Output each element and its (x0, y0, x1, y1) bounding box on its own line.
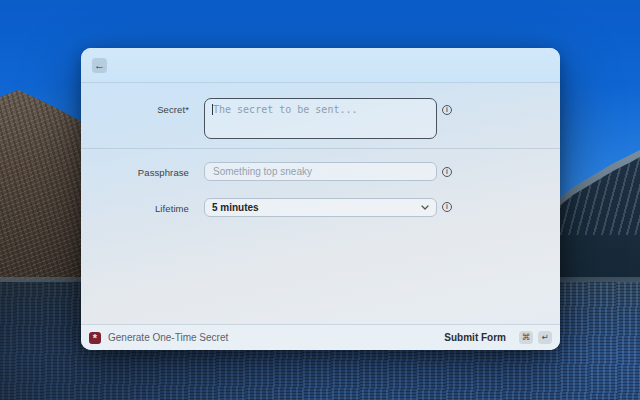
submit-form-button[interactable]: Submit Form (444, 332, 506, 343)
info-icon[interactable]: i (442, 105, 452, 115)
text-cursor (212, 104, 213, 115)
section-divider (81, 148, 560, 149)
window-header: ← (81, 48, 560, 83)
desktop: ← Secret* i Passphrase i Lifetime 5 minu… (0, 0, 640, 400)
lifetime-field-label: Lifetime (81, 203, 189, 214)
command-key-icon: ⌘ (519, 331, 533, 344)
command-title: Generate One-Time Secret (108, 332, 228, 343)
passphrase-input[interactable] (204, 162, 437, 181)
onetimesecret-app-icon: * (89, 332, 101, 344)
lifetime-dropdown[interactable]: 5 minutes (204, 198, 437, 217)
lifetime-selected-value: 5 minutes (212, 202, 259, 213)
secret-field-wrap (204, 98, 437, 139)
back-arrow-icon: ← (94, 60, 105, 71)
chevron-down-icon (421, 205, 429, 210)
passphrase-field-label: Passphrase (81, 167, 189, 178)
return-key-icon: ↵ (538, 331, 552, 344)
secret-textarea[interactable] (204, 98, 437, 139)
raycast-form-window: ← Secret* i Passphrase i Lifetime 5 minu… (81, 48, 560, 350)
info-icon[interactable]: i (442, 202, 452, 212)
secret-field-label: Secret* (81, 104, 189, 115)
info-icon[interactable]: i (442, 167, 452, 177)
window-footer: * Generate One-Time Secret Submit Form ⌘… (81, 324, 560, 350)
back-button[interactable]: ← (92, 58, 107, 73)
